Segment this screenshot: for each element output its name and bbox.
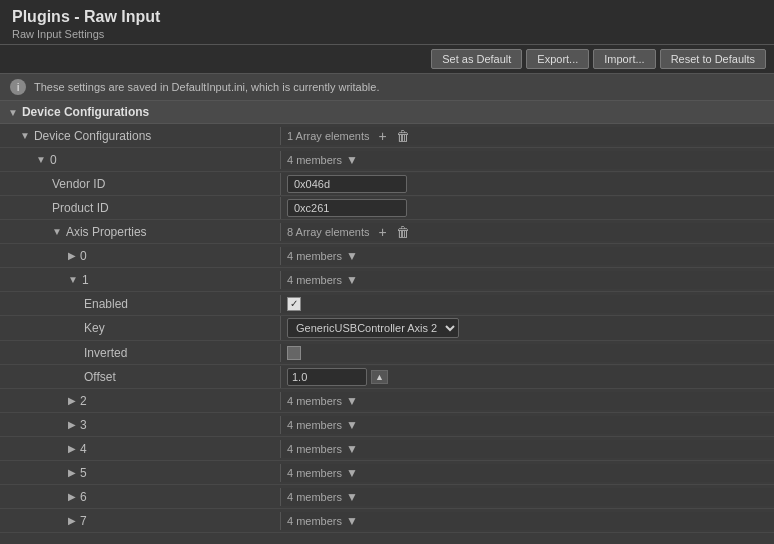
axis-item-6-row: ▶ 6 4 members ▼ [0,485,774,509]
set-default-button[interactable]: Set as Default [431,49,522,69]
axis-item-0-arrow: ▼ [346,249,358,263]
array-collapse-icon: ▼ [20,130,30,141]
axis-item-6-value: 4 members ▼ [280,488,774,506]
item-0-label[interactable]: ▼ 0 [0,150,280,170]
device-configurations-label[interactable]: ▼ Device Configurations [0,126,280,146]
axis-item-0-members: 4 members [287,250,342,262]
axis-properties-label-text: Axis Properties [66,225,147,239]
axis-item-2-value: 4 members ▼ [280,392,774,410]
enabled-checkbox[interactable]: ✓ [287,297,301,311]
axis-item-1-arrow: ▼ [346,273,358,287]
inverted-checkbox[interactable] [287,346,301,360]
offset-spin-button[interactable]: ▲ [371,370,388,384]
inverted-value [280,344,774,362]
axis-item-4-expand-icon: ▶ [68,443,76,454]
offset-input[interactable] [287,368,367,386]
axis-item-1-label[interactable]: ▼ 1 [0,270,280,290]
axis-item-6-arrow: ▼ [346,490,358,504]
inverted-label: Inverted [0,343,280,363]
axis-item-4-label[interactable]: ▶ 4 [0,439,280,459]
axis-item-0-row: ▶ 0 4 members ▼ [0,244,774,268]
reset-to-defaults-button[interactable]: Reset to Defaults [660,49,766,69]
axis-item-7-arrow: ▼ [346,514,358,528]
item-0-dropdown-icon: ▼ [346,153,358,167]
remove-array-button[interactable]: 🗑 [393,129,413,143]
axis-item-5-value: 4 members ▼ [280,464,774,482]
key-label: Key [0,318,280,338]
page-subtitle: Raw Input Settings [12,28,762,40]
item-0-members: 4 members [287,154,342,166]
title-bar: Plugins - Raw Input Raw Input Settings S… [0,0,774,74]
axis-item-4-value: 4 members ▼ [280,440,774,458]
device-configurations-value: 1 Array elements + 🗑 [280,127,774,145]
key-select[interactable]: GenericUSBController Axis 2 [287,318,459,338]
axis-item-5-index: 5 [80,466,87,480]
vendor-id-row: Vendor ID [0,172,774,196]
axis-item-2-expand-icon: ▶ [68,395,76,406]
axis-item-6-members: 4 members [287,491,342,503]
info-icon: i [10,79,26,95]
axis-item-5-expand-icon: ▶ [68,467,76,478]
axis-item-2-index: 2 [80,394,87,408]
axis-item-0-value: 4 members ▼ [280,247,774,265]
axis-expand-icon: ▼ [52,226,62,237]
axis-item-3-row: ▶ 3 4 members ▼ [0,413,774,437]
axis-item-7-value: 4 members ▼ [280,512,774,530]
offset-label-text: Offset [84,370,116,384]
axis-item-5-label[interactable]: ▶ 5 [0,463,280,483]
axis-item-4-index: 4 [80,442,87,456]
vendor-id-input[interactable] [287,175,407,193]
item-0-index: 0 [50,153,57,167]
axis-item-1-members: 4 members [287,274,342,286]
add-array-button[interactable]: + [376,129,390,143]
vendor-id-value [280,173,774,195]
enabled-row: Enabled ✓ [0,292,774,316]
vendor-id-label-text: Vendor ID [52,177,105,191]
product-id-input[interactable] [287,199,407,217]
product-id-label: Product ID [0,198,280,218]
page-title: Plugins - Raw Input [12,8,762,26]
axis-item-1-value: 4 members ▼ [280,271,774,289]
device-configurations-array-row: ▼ Device Configurations 1 Array elements… [0,124,774,148]
axis-item-6-label[interactable]: ▶ 6 [0,487,280,507]
axis-item-1-index: 1 [82,273,89,287]
axis-properties-row: ▼ Axis Properties 8 Array elements + 🗑 [0,220,774,244]
axis-item-2-members: 4 members [287,395,342,407]
axis-item-7-index: 7 [80,514,87,528]
device-config-item-0-row: ▼ 0 4 members ▼ [0,148,774,172]
axis-item-5-members: 4 members [287,467,342,479]
item-0-expand-icon: ▼ [36,154,46,165]
axis-array-count: 8 Array elements [287,226,370,238]
axis-properties-label[interactable]: ▼ Axis Properties [0,222,280,242]
axis-item-3-label[interactable]: ▶ 3 [0,415,280,435]
info-bar: i These settings are saved in DefaultInp… [0,74,774,101]
axis-item-3-index: 3 [80,418,87,432]
axis-remove-button[interactable]: 🗑 [393,225,413,239]
axis-item-3-value: 4 members ▼ [280,416,774,434]
axis-item-4-row: ▶ 4 4 members ▼ [0,437,774,461]
axis-add-button[interactable]: + [376,225,390,239]
import-button[interactable]: Import... [593,49,655,69]
content-area: ▼ Device Configurations ▼ Device Configu… [0,101,774,544]
axis-item-1-expand-icon: ▼ [68,274,78,285]
offset-label: Offset [0,367,280,387]
axis-item-0-expand-icon: ▶ [68,250,76,261]
product-id-row: Product ID [0,196,774,220]
axis-item-7-label[interactable]: ▶ 7 [0,511,280,531]
axis-item-3-expand-icon: ▶ [68,419,76,430]
enabled-value: ✓ [280,295,774,313]
array-label-text: Device Configurations [34,129,151,143]
product-id-label-text: Product ID [52,201,109,215]
enabled-label-text: Enabled [84,297,128,311]
axis-item-2-label[interactable]: ▶ 2 [0,391,280,411]
axis-item-7-row: ▶ 7 4 members ▼ [0,509,774,533]
key-row: Key GenericUSBController Axis 2 [0,316,774,341]
section-device-configurations[interactable]: ▼ Device Configurations [0,101,774,124]
inverted-label-text: Inverted [84,346,127,360]
axis-item-0-label[interactable]: ▶ 0 [0,246,280,266]
section-label: Device Configurations [22,105,149,119]
axis-item-6-index: 6 [80,490,87,504]
key-label-text: Key [84,321,105,335]
export-button[interactable]: Export... [526,49,589,69]
axis-item-1-row: ▼ 1 4 members ▼ [0,268,774,292]
